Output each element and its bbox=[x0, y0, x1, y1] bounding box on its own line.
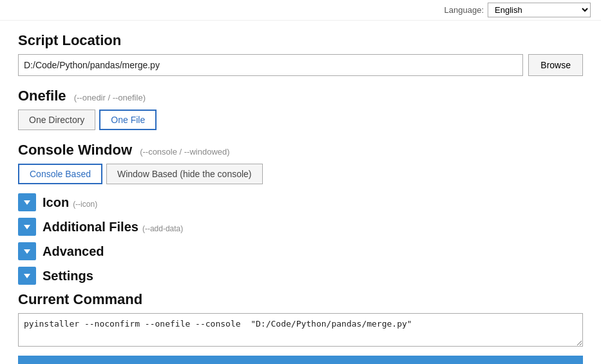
language-select[interactable]: English Chinese Japanese German French bbox=[488, 3, 591, 17]
icon-label: Icon(--icon) bbox=[43, 195, 97, 210]
icon-collapse-icon bbox=[18, 193, 36, 211]
script-location-heading: Script Location bbox=[18, 32, 583, 49]
console-window-heading: Console Window (--console / --windowed) bbox=[18, 142, 583, 158]
advanced-collapse-icon bbox=[18, 242, 36, 260]
script-input[interactable] bbox=[18, 54, 523, 76]
language-label: Language: bbox=[444, 5, 484, 15]
icon-collapsible[interactable]: Icon(--icon) bbox=[18, 193, 583, 211]
current-command-section: Current Command pyinstaller --noconfirm … bbox=[18, 291, 583, 349]
advanced-label: Advanced bbox=[43, 244, 104, 259]
browse-button[interactable]: Browse bbox=[528, 54, 583, 76]
advanced-collapsible[interactable]: Advanced bbox=[18, 242, 583, 260]
onefile-section: Onefile (--onedir / --onefile) One Direc… bbox=[18, 88, 583, 130]
additional-files-collapse-icon bbox=[18, 218, 36, 236]
console-based-button[interactable]: Console Based bbox=[18, 164, 102, 184]
settings-collapsible[interactable]: Settings bbox=[18, 267, 583, 285]
svg-marker-0 bbox=[24, 200, 30, 205]
convert-button[interactable]: CONVERT .PY TO .EXE bbox=[18, 356, 583, 364]
windowed-button[interactable]: Window Based (hide the console) bbox=[106, 164, 263, 184]
onefile-heading: Onefile (--onedir / --onefile) bbox=[18, 88, 583, 104]
additional-files-collapsible[interactable]: Additional Files(--add-data) bbox=[18, 218, 583, 236]
console-window-section: Console Window (--console / --windowed) … bbox=[18, 142, 583, 184]
onedir-button[interactable]: One Directory bbox=[18, 110, 95, 130]
svg-marker-3 bbox=[24, 274, 30, 278]
svg-marker-1 bbox=[24, 225, 30, 229]
settings-label: Settings bbox=[43, 269, 93, 283]
main-content: Script Location Browse Onefile (--onedir… bbox=[0, 21, 601, 364]
current-command-heading: Current Command bbox=[18, 291, 583, 308]
onefile-button[interactable]: One File bbox=[99, 110, 157, 130]
script-location-row: Browse bbox=[18, 54, 583, 76]
svg-marker-2 bbox=[24, 249, 30, 254]
additional-files-label: Additional Files(--add-data) bbox=[43, 220, 183, 235]
console-button-group: Console Based Window Based (hide the con… bbox=[18, 164, 583, 184]
top-bar: Language: English Chinese Japanese Germa… bbox=[0, 0, 601, 21]
settings-collapse-icon bbox=[18, 267, 36, 285]
onefile-button-group: One Directory One File bbox=[18, 110, 583, 130]
command-textarea[interactable]: pyinstaller --noconfirm --onefile --cons… bbox=[18, 313, 583, 347]
